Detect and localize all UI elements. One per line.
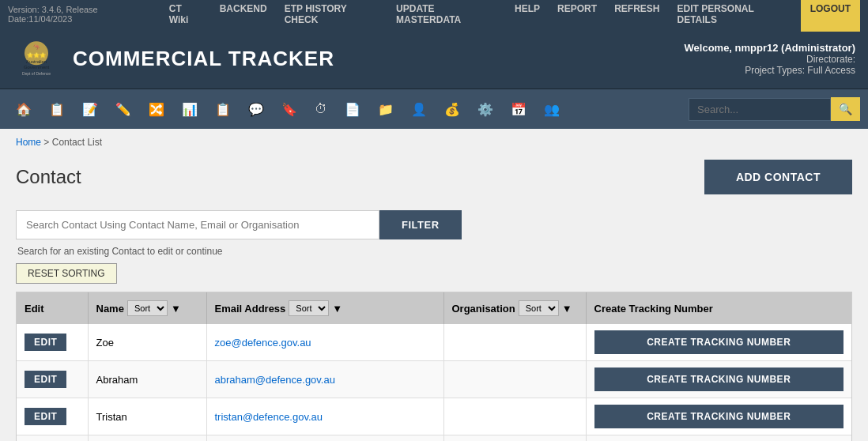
email-sort-chevron: ▼	[332, 303, 342, 315]
email-link-0[interactable]: zoe@defence.gov.au	[215, 337, 311, 349]
email-link-1[interactable]: abraham@defence.gov.au	[215, 374, 335, 386]
calendar-icon[interactable]: 📅	[503, 96, 534, 123]
organisation-3	[443, 435, 586, 442]
create-tracking-button-1[interactable]: CREATE TRACKING NUMBER	[594, 368, 844, 391]
help-link[interactable]: HELP	[507, 0, 548, 32]
contacts-table: Edit Name Sort A-Z Z-A ▼	[17, 292, 851, 441]
list-icon[interactable]: 📋	[207, 96, 239, 123]
organisation-0	[443, 324, 586, 361]
edit-button-0[interactable]: EDIT	[25, 334, 66, 351]
edit-personal-link[interactable]: EDIT PERSONAL DETAILS	[669, 0, 798, 32]
refresh-link[interactable]: REFRESH	[606, 0, 667, 32]
edit-button-2[interactable]: EDIT	[25, 408, 66, 425]
email-link-2[interactable]: tristan@defence.gov.au	[215, 411, 323, 423]
table-row: EDITAbrahamabraham@defence.gov.auCREATE …	[17, 361, 851, 398]
svg-text:Dept of Defence: Dept of Defence	[22, 71, 51, 76]
contacts-table-container: Edit Name Sort A-Z Z-A ▼	[16, 292, 852, 441]
comment-icon[interactable]: 💬	[240, 96, 272, 123]
svg-text:Government: Government	[24, 65, 49, 70]
org-sort-chevron: ▼	[562, 303, 572, 315]
table-row: EDITOprahoprah@defence.gov.auCREATE TRAC…	[17, 435, 851, 442]
backend-link[interactable]: BACKEND	[212, 0, 275, 32]
version-text: Version: 3.4.6, Release Date:11/04/2023	[8, 5, 161, 24]
search-hint: Search for an existing Contact to edit o…	[16, 246, 852, 257]
contact-name-1: Abraham	[88, 361, 206, 398]
page-title: Contact	[16, 166, 81, 188]
name-sort-chevron: ▼	[171, 303, 181, 315]
ct-wiki-link[interactable]: CT Wiki	[161, 0, 210, 32]
search-button[interactable]: 🔍	[831, 97, 860, 121]
logout-link[interactable]: LOGOUT	[801, 0, 860, 32]
breadcrumb: Home > Contact List	[0, 129, 868, 152]
th-email: Email Address Sort A-Z Z-A ▼	[206, 292, 443, 324]
contact-name-2: Tristan	[88, 398, 206, 435]
search-bar: 🔍	[689, 97, 860, 121]
icon-nav: 🏠 📋 📝 ✏️ 🔀 📊 📋 💬 🔖 ⏱ 📄 📁 👤 💰 ⚙️ 📅 👥 🔍	[0, 89, 868, 129]
contact-name-0: Zoe	[88, 324, 206, 361]
edit-button-1[interactable]: EDIT	[25, 371, 66, 388]
app-header: 🦘 ⭐⭐⭐ Australian Government Dept of Defe…	[0, 28, 868, 89]
create-tracking-button-2[interactable]: CREATE TRACKING NUMBER	[594, 405, 844, 428]
clipboard-icon[interactable]: 📋	[41, 96, 73, 123]
th-edit: Edit	[17, 292, 88, 324]
welcome-text: Welcome, nmppr12 (Administrator)	[685, 42, 855, 54]
home-icon[interactable]: 🏠	[8, 96, 40, 123]
search-row: FILTER	[16, 210, 852, 239]
breadcrumb-separator: >	[43, 137, 49, 148]
breadcrumb-home[interactable]: Home	[16, 137, 41, 148]
bookmark-icon[interactable]: 🔖	[274, 96, 305, 123]
organisation-1	[443, 361, 586, 398]
reset-sorting-button[interactable]: RESET SORTING	[16, 263, 117, 284]
search-section: FILTER Search for an existing Contact to…	[16, 210, 852, 284]
main-content: Contact ADD CONTACT FILTER Search for an…	[0, 152, 868, 441]
settings-icon[interactable]: ⚙️	[470, 96, 501, 123]
user-icon[interactable]: 👤	[403, 96, 435, 123]
th-tracking: Create Tracking Number	[586, 292, 851, 324]
users-icon[interactable]: 👥	[536, 96, 568, 123]
create-tracking-button-0[interactable]: CREATE TRACKING NUMBER	[594, 330, 844, 354]
svg-text:🦘: 🦘	[33, 43, 41, 51]
header-right: Welcome, nmppr12 (Administrator) Directo…	[685, 42, 855, 76]
th-organisation: Organisation Sort A-Z Z-A ▼	[443, 292, 586, 324]
folder-icon[interactable]: 📁	[370, 96, 402, 123]
header-left: 🦘 ⭐⭐⭐ Australian Government Dept of Defe…	[13, 35, 334, 82]
directorate-text: Directorate:	[685, 54, 855, 65]
timer-icon[interactable]: ⏱	[307, 96, 335, 122]
th-name: Name Sort A-Z Z-A ▼	[88, 292, 206, 324]
update-masterdata-link[interactable]: UPDATE MASTERDATA	[388, 0, 505, 32]
top-nav: Version: 3.4.6, Release Date:11/04/2023 …	[0, 0, 868, 28]
document-icon[interactable]: 📄	[337, 96, 368, 123]
report-link[interactable]: REPORT	[549, 0, 605, 32]
chart-icon[interactable]: 📊	[174, 96, 206, 123]
add-contact-button[interactable]: ADD CONTACT	[704, 160, 852, 194]
svg-text:⭐⭐⭐: ⭐⭐⭐	[27, 51, 47, 58]
project-types-text: Project Types: Full Access	[685, 65, 855, 76]
search-input[interactable]	[689, 98, 831, 121]
filter-button[interactable]: FILTER	[379, 210, 462, 239]
etp-history-link[interactable]: ETP HISTORY CHECK	[277, 0, 387, 32]
app-title-text: COMMERCIAL TRACKER	[73, 47, 334, 71]
table-row: EDITTristantristan@defence.gov.auCREATE …	[17, 398, 851, 435]
svg-text:Australian: Australian	[26, 59, 47, 64]
notes-icon[interactable]: 📝	[74, 96, 106, 123]
email-sort-select[interactable]: Sort A-Z Z-A	[289, 300, 329, 316]
breadcrumb-current: Contact List	[52, 137, 102, 148]
money-icon[interactable]: 💰	[436, 96, 468, 123]
page-header: Contact ADD CONTACT	[16, 160, 852, 194]
shuffle-icon[interactable]: 🔀	[141, 96, 172, 123]
top-nav-links: CT Wiki BACKEND ETP HISTORY CHECK UPDATE…	[161, 0, 860, 32]
contact-search-input[interactable]	[16, 210, 379, 239]
organisation-2	[443, 398, 586, 435]
table-row: EDITZoezoe@defence.gov.auCREATE TRACKING…	[17, 324, 851, 361]
org-sort-select[interactable]: Sort A-Z Z-A	[519, 300, 559, 316]
table-header-row: Edit Name Sort A-Z Z-A ▼	[17, 292, 851, 324]
gov-logo: 🦘 ⭐⭐⭐ Australian Government Dept of Defe…	[13, 35, 60, 82]
name-sort-select[interactable]: Sort A-Z Z-A	[127, 300, 168, 316]
contacts-tbody: EDITZoezoe@defence.gov.auCREATE TRACKING…	[17, 324, 851, 441]
edit-icon[interactable]: ✏️	[108, 96, 139, 123]
contact-name-3: Oprah	[88, 435, 206, 442]
